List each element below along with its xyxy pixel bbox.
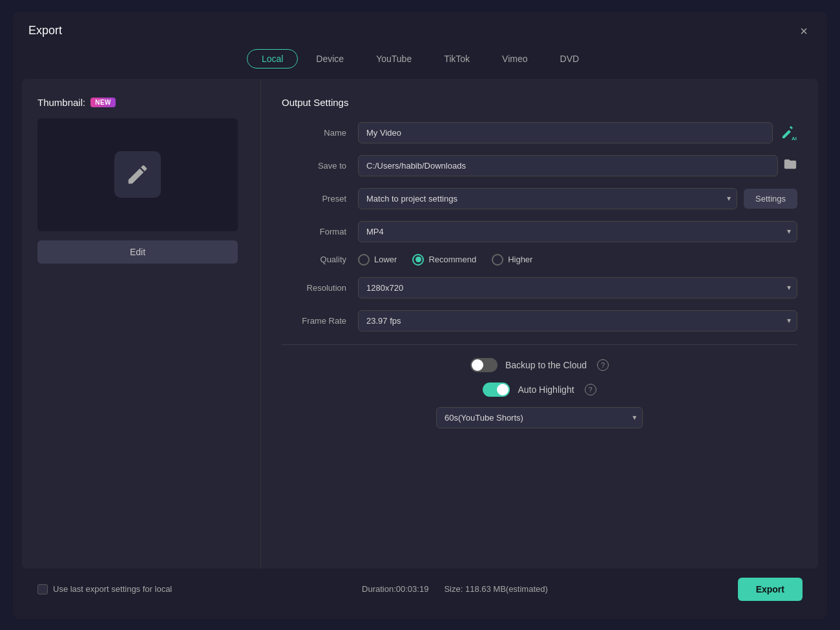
size-value: 118.63 MB(estimated) <box>465 584 548 594</box>
tab-youtube[interactable]: YouTube <box>362 49 426 68</box>
content-area: Thumbnail: NEW Edit Output Settings Name <box>22 79 818 569</box>
dialog-title: Export <box>28 24 62 37</box>
quality-higher[interactable]: Higher <box>492 254 532 266</box>
size-label: Size: <box>444 584 463 594</box>
footer: Use last export settings for local Durat… <box>22 569 818 610</box>
export-dialog: Export × Local Device YouTube TikTok Vim… <box>13 12 827 619</box>
ai-icon: AI <box>779 123 797 142</box>
name-label: Name <box>282 128 346 138</box>
backup-toggle-knob <box>472 359 483 371</box>
tab-device[interactable]: Device <box>302 49 358 68</box>
use-last-settings: Use last export settings for local <box>37 584 172 594</box>
resolution-select[interactable]: 1280x720 <box>358 277 797 299</box>
save-to-label: Save to <box>282 161 346 171</box>
name-row: Name AI <box>282 122 797 143</box>
auto-highlight-toggle-knob <box>497 384 509 395</box>
title-bar: Export × <box>13 12 827 47</box>
backup-toggle-wrap: Backup to the Cloud ? <box>470 358 609 372</box>
footer-info: Duration:00:03:19 Size: 118.63 MB(estima… <box>362 584 548 594</box>
auto-highlight-row: Auto Highlight ? <box>282 383 797 397</box>
right-panel: Output Settings Name AI Save <box>261 79 818 569</box>
thumbnail-header: Thumbnail: NEW <box>37 97 116 108</box>
quality-radio-group: Lower Recommend Higher <box>358 254 532 266</box>
radio-recommend-outer <box>412 254 424 266</box>
edit-button[interactable]: Edit <box>37 240 238 264</box>
preset-select-wrap: Match to project settings ▾ <box>358 188 737 209</box>
auto-highlight-label: Auto Highlight <box>518 384 574 395</box>
backup-toggle[interactable] <box>470 358 498 372</box>
use-last-checkbox[interactable] <box>37 584 48 594</box>
backup-cloud-row: Backup to the Cloud ? <box>282 358 797 372</box>
path-row <box>358 155 797 176</box>
settings-button[interactable]: Settings <box>744 189 797 209</box>
auto-highlight-help-icon[interactable]: ? <box>585 384 596 395</box>
preset-select[interactable]: Match to project settings <box>358 188 737 209</box>
ai-rename-button[interactable]: AI <box>779 123 797 142</box>
thumbnail-icon-box <box>114 151 161 198</box>
highlight-duration-select[interactable]: 60s(YouTube Shorts) <box>436 407 643 428</box>
quality-recommend-label: Recommend <box>428 255 476 264</box>
folder-button[interactable] <box>783 157 797 174</box>
duration-label: Duration: <box>362 584 396 594</box>
auto-highlight-toggle-wrap: Auto Highlight ? <box>483 383 596 397</box>
auto-highlight-toggle[interactable] <box>483 383 510 397</box>
left-panel: Thumbnail: NEW Edit <box>22 79 261 569</box>
format-select[interactable]: MP4 <box>358 221 797 242</box>
radio-lower-outer <box>358 254 370 266</box>
frame-rate-select-wrap: 23.97 fps ▾ <box>358 310 797 331</box>
divider <box>282 344 797 345</box>
resolution-label: Resolution <box>282 283 346 293</box>
close-button[interactable]: × <box>796 23 812 39</box>
thumbnail-preview <box>37 118 238 231</box>
backup-label: Backup to the Cloud <box>505 360 587 370</box>
quality-row: Quality Lower Recommend Higher <box>282 254 797 266</box>
preset-label: Preset <box>282 194 346 204</box>
new-badge: NEW <box>90 98 116 107</box>
save-to-row: Save to <box>282 155 797 176</box>
frame-rate-row: Frame Rate 23.97 fps ▾ <box>282 310 797 331</box>
quality-higher-label: Higher <box>508 255 532 264</box>
size-info: Size: 118.63 MB(estimated) <box>444 584 547 594</box>
format-row: Format MP4 ▾ <box>282 221 797 242</box>
quality-lower[interactable]: Lower <box>358 254 397 266</box>
tab-dvd[interactable]: DVD <box>546 49 594 68</box>
svg-text:AI: AI <box>792 136 797 142</box>
duration-info: Duration:00:03:19 <box>362 584 428 594</box>
name-input[interactable] <box>358 122 773 143</box>
frame-rate-select[interactable]: 23.97 fps <box>358 310 797 331</box>
format-select-wrap: MP4 ▾ <box>358 221 797 242</box>
preset-row: Preset Match to project settings ▾ Setti… <box>282 188 797 209</box>
resolution-row: Resolution 1280x720 ▾ <box>282 277 797 299</box>
quality-recommend[interactable]: Recommend <box>412 254 476 266</box>
tab-tiktok[interactable]: TikTok <box>430 49 484 68</box>
arrow-pointer <box>812 79 818 88</box>
ai-pen-icon: AI <box>779 123 797 142</box>
tab-vimeo[interactable]: Vimeo <box>488 49 541 68</box>
resolution-select-wrap: 1280x720 ▾ <box>358 277 797 299</box>
highlight-dropdown-row: 60s(YouTube Shorts) ▾ <box>282 407 797 428</box>
backup-help-icon[interactable]: ? <box>597 359 609 371</box>
highlight-select-wrap: 60s(YouTube Shorts) ▾ <box>436 407 643 428</box>
use-last-label: Use last export settings for local <box>53 584 172 594</box>
output-settings-title: Output Settings <box>282 97 797 108</box>
frame-rate-label: Frame Rate <box>282 316 346 326</box>
quality-label: Quality <box>282 255 346 264</box>
duration-value: 00:03:19 <box>396 584 429 594</box>
folder-icon <box>783 157 797 171</box>
tab-local[interactable]: Local <box>247 49 298 68</box>
save-to-input[interactable] <box>358 155 778 176</box>
tab-bar: Local Device YouTube TikTok Vimeo DVD <box>13 47 827 79</box>
quality-lower-label: Lower <box>374 255 397 264</box>
edit-icon <box>125 162 150 187</box>
thumbnail-label-text: Thumbnail: <box>37 97 85 108</box>
radio-recommend-inner <box>415 257 421 262</box>
format-label: Format <box>282 227 346 236</box>
export-button[interactable]: Export <box>738 578 803 601</box>
radio-higher-outer <box>492 254 503 266</box>
